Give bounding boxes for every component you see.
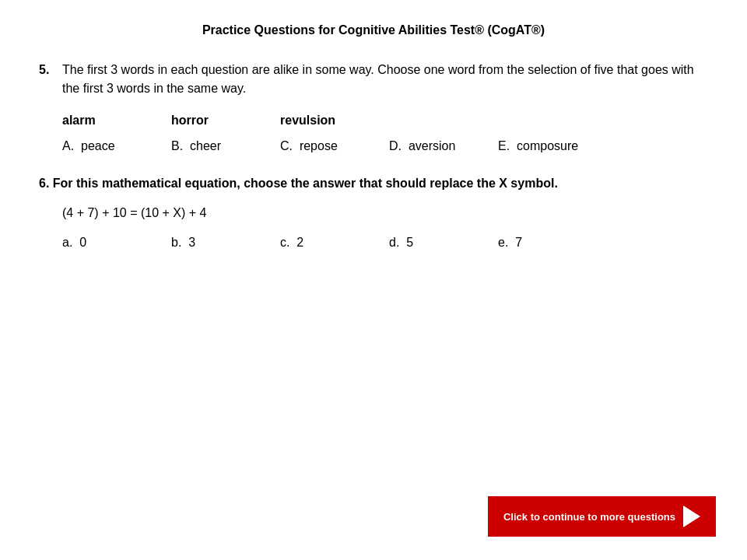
q6-letter-d: d. <box>389 236 399 249</box>
q5-letter-c: C. <box>280 139 293 152</box>
q5-word-a: peace <box>81 139 115 152</box>
q6-answer-a: a. 0 <box>62 236 171 250</box>
q6-val-d: 5 <box>406 236 413 249</box>
q5-answer-row: A. peace B. cheer C. repose D. aversion … <box>62 139 708 153</box>
q5-answer-e: E. composure <box>498 139 607 153</box>
q6-val-c: 2 <box>296 236 303 249</box>
q5-letter-d: D. <box>389 139 402 152</box>
q6-answer-row: a. 0 b. 3 c. 2 d. 5 e. 7 <box>62 236 708 250</box>
q6-letter-e: e. <box>498 236 508 249</box>
q5-answer-b: B. cheer <box>171 139 280 153</box>
continue-button[interactable]: Click to continue to more questions <box>488 496 716 537</box>
question-6-block: 6. For this mathematical equation, choos… <box>39 177 708 250</box>
q5-instruction: The first 3 words in each question are a… <box>62 61 708 98</box>
q5-letter-e: E. <box>498 139 510 152</box>
q6-answer-d: d. 5 <box>389 236 498 250</box>
page-container: Practice Questions for Cognitive Abiliti… <box>0 0 747 560</box>
q5-word-list: alarm horror revulsion <box>62 114 708 128</box>
page-title: Practice Questions for Cognitive Abiliti… <box>39 16 708 37</box>
q6-instruction: For this mathematical equation, choose t… <box>53 177 558 190</box>
continue-button-label: Click to continue to more questions <box>503 511 675 523</box>
q5-letter-a: A. <box>62 139 74 152</box>
q5-word-b: cheer <box>190 139 221 152</box>
q5-word-c: repose <box>300 139 338 152</box>
q5-answer-d: D. aversion <box>389 139 498 153</box>
question-5-block: 5. The first 3 words in each question ar… <box>39 61 708 153</box>
q6-equation: (4 + 7) + 10 = (10 + X) + 4 <box>62 206 708 220</box>
q6-val-a: 0 <box>79 236 86 249</box>
q6-letter-b: b. <box>171 236 181 249</box>
q5-letter-b: B. <box>171 139 183 152</box>
q5-word-2: horror <box>171 114 280 128</box>
q5-word-e: composure <box>517 139 578 152</box>
q6-title: 6. For this mathematical equation, choos… <box>39 177 708 191</box>
q5-word-1: alarm <box>62 114 171 128</box>
q6-answer-c: c. 2 <box>280 236 389 250</box>
q6-letter-c: c. <box>280 236 289 249</box>
q5-answer-c: C. repose <box>280 139 389 153</box>
q6-val-e: 7 <box>515 236 522 249</box>
q5-number: 5. <box>39 61 62 98</box>
q6-val-b: 3 <box>188 236 195 249</box>
q6-answer-e: e. 7 <box>498 236 607 250</box>
arrow-right-icon <box>683 506 700 527</box>
question-5-text: 5. The first 3 words in each question ar… <box>39 61 708 98</box>
q6-number: 6. <box>39 177 49 190</box>
q6-letter-a: a. <box>62 236 72 249</box>
q6-answer-b: b. 3 <box>171 236 280 250</box>
q5-word-3: revulsion <box>280 114 389 128</box>
q5-word-d: aversion <box>409 139 455 152</box>
q5-answer-a: A. peace <box>62 139 171 153</box>
